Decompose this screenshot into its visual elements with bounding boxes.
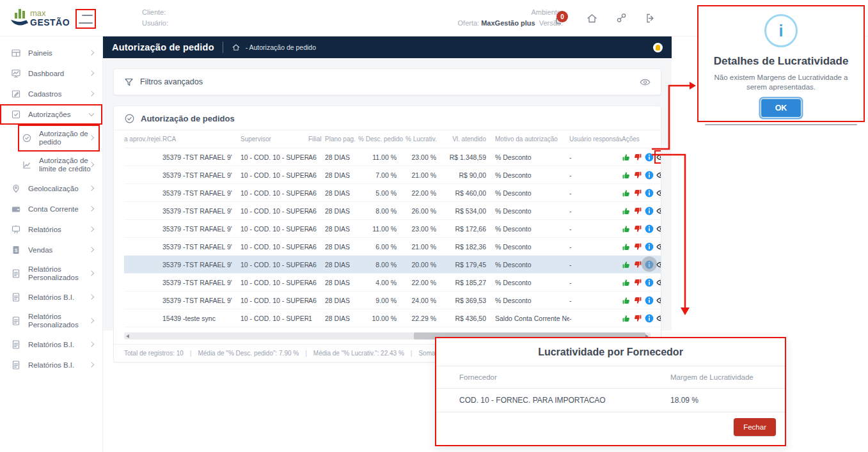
approve-thumbs-up-icon[interactable] [622,242,631,251]
column-header[interactable]: Vl. atendido [445,130,495,148]
reject-thumbs-down-icon[interactable] [633,206,642,215]
column-header[interactable]: Plano pag. [325,130,358,148]
table-row[interactable]: 35379 -TST RAFAEL 9'10 - COD. 10 - SUPER… [124,220,661,238]
info-icon[interactable] [645,295,654,305]
approve-thumbs-up-icon[interactable] [622,152,631,162]
approve-thumbs-up-icon[interactable] [622,260,631,269]
hamburger-menu-button[interactable] [79,15,93,24]
column-header[interactable]: % Lucrativ. [406,130,445,148]
column-header[interactable]: a aprov./rejei. [124,130,162,148]
view-eye-icon[interactable] [656,224,661,233]
sidebar-item-relatorios-personalizados[interactable]: Relatórios Personalizados [0,260,102,287]
table-row[interactable]: 35379 -TST RAFAEL 9'10 - COD. 10 - SUPER… [124,274,661,292]
sidebar-item-autorizacoes[interactable]: Autorizações [0,104,102,125]
sidebar-item-cadastros[interactable]: Cadastros [0,84,102,104]
approve-thumbs-up-icon[interactable] [622,206,631,215]
info-icon[interactable] [645,152,654,162]
breadcrumb-home-icon[interactable] [232,43,241,52]
notifications-bell-icon[interactable]: 0 [555,11,569,25]
view-eye-icon[interactable] [656,152,661,162]
reject-thumbs-down-icon[interactable] [633,260,642,269]
chevron-right-icon [89,247,94,252]
link-icon[interactable] [615,12,627,24]
table-row[interactable]: 15439 -teste sync10 - COD. 10 - SUPER'12… [124,309,661,327]
table-cell: - [569,292,622,309]
table-row[interactable]: 35379 -TST RAFAEL 9'10 - COD. 10 - SUPER… [124,238,661,256]
column-header[interactable]: Ações [622,130,661,148]
reject-thumbs-down-icon[interactable] [633,152,642,162]
home-icon[interactable] [585,12,598,24]
approve-thumbs-up-icon[interactable] [622,170,631,180]
table-cell: 35379 -TST RAFAEL 9' [162,184,241,202]
sidebar-item-paineis[interactable]: Paineis [0,43,102,63]
filters-eye-icon[interactable] [640,78,651,86]
view-eye-icon[interactable] [656,295,661,305]
ok-button[interactable]: OK [761,98,802,118]
advanced-filters-panel[interactable]: Filtros avançados [113,68,661,95]
fechar-button[interactable]: Fechar [734,418,776,436]
info-icon[interactable] [645,170,654,180]
sidebar-item-relatorios-personalizados-2[interactable]: Relatórios Personalizados [0,308,102,334]
view-eye-icon[interactable] [656,313,661,323]
sidebar-item-relatorios[interactable]: Relatórios [0,219,102,240]
sidebar-item-autorizacao-de-pedido[interactable]: Autorização de pedido [0,125,102,152]
scroll-left-arrow-icon[interactable] [126,334,129,338]
view-eye-icon[interactable] [656,170,661,180]
approve-thumbs-up-icon[interactable] [622,295,631,305]
view-eye-icon[interactable] [656,260,661,269]
info-icon[interactable] [645,313,654,323]
info-icon[interactable] [645,242,654,251]
view-eye-icon[interactable] [656,242,661,251]
maxgestao-logo[interactable]: max GESTÃO [9,5,73,32]
supplier-dialog-footer: Fechar [436,412,785,436]
table-row[interactable]: 35379 -TST RAFAEL 9'10 - COD. 10 - SUPER… [124,202,661,220]
view-eye-icon[interactable] [656,188,661,198]
column-header[interactable]: Filial [308,130,325,148]
sidebar-item-relatorios-bi-3[interactable]: Relatórios B.I. [0,355,102,375]
view-eye-icon[interactable] [656,206,661,215]
column-header[interactable]: Motivo da autorização [495,130,569,148]
info-icon[interactable] [645,224,654,233]
reject-thumbs-down-icon[interactable] [633,295,642,305]
reject-thumbs-down-icon[interactable] [633,224,642,233]
sidebar-item-conta-corrente[interactable]: Conta Corrente [0,199,102,219]
info-icon[interactable] [645,260,654,269]
column-header[interactable]: RCA [162,130,241,148]
table-row[interactable]: 35379 -TST RAFAEL 9'10 - COD. 10 - SUPER… [124,256,661,274]
info-icon[interactable] [645,277,654,287]
reject-thumbs-down-icon[interactable] [633,313,642,323]
column-header[interactable]: % Desc. pedido [358,130,406,148]
sidebar-item-label: Autorização de limite de crédito [39,157,97,173]
sidebar-item-dashboard[interactable]: Dashboard [0,63,102,84]
chart-line-icon [22,160,32,170]
sidebar-item-geolocalizacao[interactable]: Geolocalização [0,178,102,199]
table-row[interactable]: 35379 -TST RAFAEL 9'10 - COD. 10 - SUPER… [124,148,661,166]
info-icon[interactable] [645,206,654,215]
reject-thumbs-down-icon[interactable] [633,188,642,198]
approve-thumbs-up-icon[interactable] [622,188,631,198]
reject-thumbs-down-icon[interactable] [633,170,642,180]
doc-icon [11,269,21,279]
approve-thumbs-up-icon[interactable] [622,313,631,323]
table-cell: A6 [308,256,325,274]
approve-thumbs-up-icon[interactable] [622,277,631,287]
reject-thumbs-down-icon[interactable] [633,277,642,287]
logout-icon[interactable] [644,12,657,24]
table-row[interactable]: 35379 -TST RAFAEL 9'10 - COD. 10 - SUPER… [124,166,661,184]
filters-title: Filtros avançados [140,77,203,86]
approve-thumbs-up-icon[interactable] [622,224,631,233]
sidebar-item-relatorios-bi[interactable]: Relatórios B.I. [0,287,102,308]
sidebar-item-autorizacao-de-limite-de-credito[interactable]: Autorização de limite de crédito [0,152,102,178]
column-header[interactable]: Usuário responsável [569,130,622,148]
sidebar-item-label: Paineis [28,49,52,58]
table-row[interactable]: 35379 -TST RAFAEL 9'10 - COD. 10 - SUPER… [124,184,661,202]
table-row[interactable]: 35379 -TST RAFAEL 9'10 - COD. 10 - SUPER… [124,292,661,309]
sidebar-item-vendas[interactable]: $Vendas [0,240,102,260]
reject-thumbs-down-icon[interactable] [633,242,642,251]
lightbulb-help-icon[interactable] [653,43,663,52]
column-header[interactable]: Supervisor [241,130,308,148]
sidebar-item-relatorios-bi-2[interactable]: Relatórios B.I. [0,334,102,355]
table-cell: 22.00 % [406,184,445,202]
view-eye-icon[interactable] [656,277,661,287]
info-icon[interactable] [645,188,654,198]
